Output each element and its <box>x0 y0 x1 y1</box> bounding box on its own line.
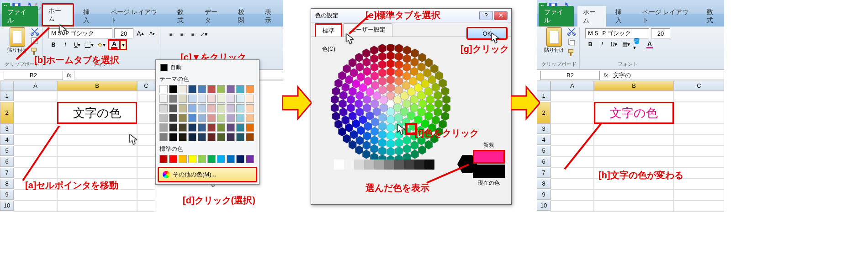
cell-C1[interactable] <box>674 91 724 102</box>
underline-button[interactable]: U▾ <box>72 40 82 50</box>
close-button[interactable]: ✕ <box>494 11 508 20</box>
row-1[interactable]: 1 <box>0 91 14 101</box>
theme-color-swatch[interactable] <box>217 114 225 122</box>
theme-color-swatch[interactable] <box>188 123 196 132</box>
standard-color-swatch[interactable] <box>246 155 254 163</box>
theme-color-swatch[interactable] <box>198 133 206 141</box>
theme-color-swatch[interactable] <box>198 104 206 112</box>
theme-color-swatch[interactable] <box>188 104 196 112</box>
cell-B3[interactable] <box>594 124 674 135</box>
cell-B1[interactable] <box>57 91 137 102</box>
fill-color-button[interactable]: ▾ <box>96 40 106 50</box>
theme-color-swatch[interactable] <box>179 123 187 132</box>
row-10[interactable]: 10 <box>537 201 550 211</box>
color-auto-item[interactable]: 自動 <box>158 62 257 73</box>
theme-color-swatch[interactable] <box>169 133 177 141</box>
cell-B3[interactable] <box>57 124 137 135</box>
hexagon-color-picker[interactable] <box>322 44 459 163</box>
underline-button[interactable]: U▾ <box>609 39 619 49</box>
cell-B6[interactable] <box>57 157 137 168</box>
theme-color-swatch[interactable] <box>169 85 177 93</box>
theme-color-swatch[interactable] <box>236 123 244 132</box>
row-9[interactable]: 9 <box>537 190 550 200</box>
theme-color-swatch[interactable] <box>227 133 235 141</box>
cell-B5[interactable] <box>594 146 674 157</box>
cell-C6[interactable] <box>674 157 724 168</box>
row-8[interactable]: 8 <box>537 179 550 189</box>
theme-color-swatch[interactable] <box>169 114 177 122</box>
cell-C3[interactable] <box>674 124 724 135</box>
cell-A2[interactable] <box>14 102 57 124</box>
tab-page-layout[interactable]: ページ レイアウト <box>105 6 168 27</box>
row-3[interactable]: 3 <box>537 124 550 134</box>
cell-C4[interactable] <box>674 135 724 146</box>
theme-color-swatch[interactable] <box>217 85 225 93</box>
theme-color-swatch[interactable] <box>246 123 254 132</box>
border-button[interactable]: ▾ <box>84 40 94 50</box>
fill-color-button[interactable]: 🪣▾ <box>633 39 643 49</box>
theme-color-swatch[interactable] <box>179 114 187 122</box>
theme-color-swatch[interactable] <box>159 114 168 122</box>
col-B[interactable]: B <box>57 81 137 91</box>
more-colors-item[interactable]: その他の色(M)... <box>158 167 257 182</box>
gray-swatch[interactable] <box>414 160 424 170</box>
standard-color-swatch[interactable] <box>188 155 196 163</box>
row-3[interactable]: 3 <box>0 124 14 134</box>
cell-C3[interactable] <box>137 124 155 135</box>
theme-color-swatch[interactable] <box>179 95 187 103</box>
cell-C10[interactable] <box>137 201 155 212</box>
theme-color-swatch[interactable] <box>207 104 216 112</box>
bold-button[interactable]: B <box>585 39 595 49</box>
cell-B7[interactable] <box>57 168 137 179</box>
standard-color-swatch[interactable] <box>227 155 235 163</box>
tab-file[interactable]: ファイル <box>2 6 38 27</box>
theme-color-swatch[interactable] <box>236 114 244 122</box>
cell-C4[interactable] <box>137 135 155 146</box>
cell-C5[interactable] <box>674 146 724 157</box>
theme-color-swatch[interactable] <box>159 95 168 103</box>
theme-color-swatch[interactable] <box>179 85 187 93</box>
theme-color-swatch[interactable] <box>236 133 244 141</box>
gray-swatch[interactable] <box>364 160 374 170</box>
row-4[interactable]: 4 <box>0 135 14 145</box>
standard-color-swatch[interactable] <box>159 155 168 163</box>
cell-A8[interactable] <box>550 179 594 190</box>
border-button[interactable]: ▦▾ <box>621 39 631 49</box>
theme-color-swatch[interactable] <box>227 114 235 122</box>
cell-C9[interactable] <box>674 190 724 201</box>
tab-review[interactable]: 校閲 <box>233 6 256 27</box>
cell-A1[interactable] <box>14 91 57 102</box>
copy-icon[interactable] <box>567 38 576 48</box>
theme-color-swatch[interactable] <box>198 85 206 93</box>
col-A[interactable]: A <box>14 81 57 91</box>
tab-formulas[interactable]: 数式 <box>172 6 196 27</box>
theme-color-swatch[interactable] <box>227 104 235 112</box>
gray-swatch[interactable] <box>354 160 364 170</box>
theme-color-swatch[interactable] <box>217 104 225 112</box>
col-B[interactable]: B <box>594 81 674 91</box>
standard-color-swatch[interactable] <box>217 155 225 163</box>
grow-font-button[interactable]: A▴ <box>135 28 145 38</box>
col-A[interactable]: A <box>550 81 594 91</box>
tab-insert[interactable]: 挿入 <box>78 6 101 27</box>
cell-B1[interactable] <box>594 91 674 102</box>
cell-C6[interactable] <box>137 157 155 168</box>
gray-swatch[interactable] <box>384 160 394 170</box>
theme-color-swatch[interactable] <box>217 95 225 103</box>
cell-A2[interactable] <box>550 102 594 124</box>
cell-B9[interactable] <box>594 190 674 201</box>
col-C[interactable]: C <box>674 81 724 91</box>
theme-color-swatch[interactable] <box>236 104 244 112</box>
cell-B6[interactable] <box>594 157 674 168</box>
row-6[interactable]: 6 <box>0 157 14 167</box>
row-5[interactable]: 5 <box>0 146 14 156</box>
font-name-select[interactable]: ＭＳ Ｐゴシック <box>585 28 649 38</box>
cell-B4[interactable] <box>57 135 137 146</box>
theme-color-swatch[interactable] <box>207 85 216 93</box>
cell-C8[interactable] <box>137 179 155 190</box>
cell-C2[interactable] <box>674 102 724 124</box>
font-size-select[interactable]: 20 <box>114 28 133 38</box>
align-top-button[interactable]: ≡ <box>166 29 176 39</box>
theme-color-swatch[interactable] <box>169 123 177 132</box>
cell-A9[interactable] <box>550 190 594 201</box>
